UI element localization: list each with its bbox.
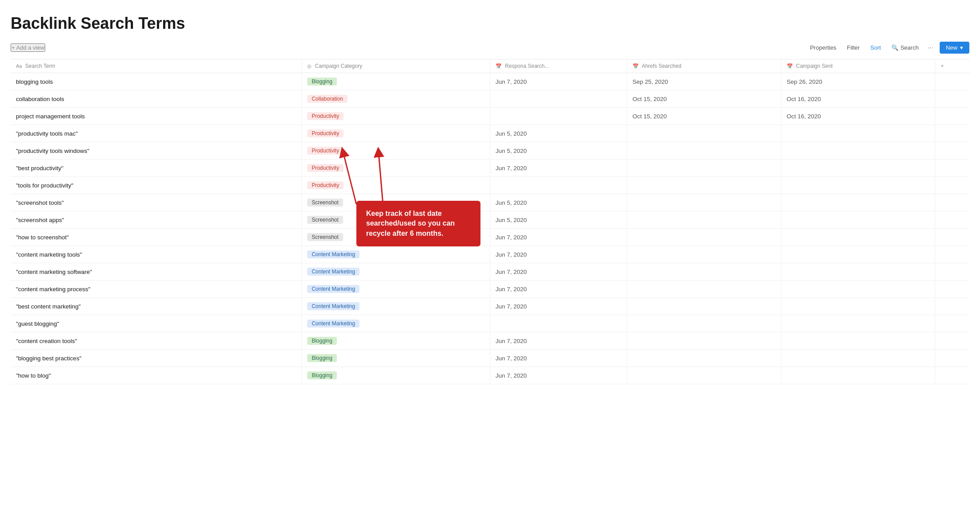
chevron-down-icon: ▾ bbox=[960, 44, 963, 51]
table-row[interactable]: "best content marketing"Content Marketin… bbox=[11, 298, 969, 315]
cell-respona bbox=[490, 177, 627, 194]
cell-respona: Jun 7, 2020 bbox=[490, 263, 627, 281]
cell-plus bbox=[935, 90, 969, 108]
new-button[interactable]: New ▾ bbox=[940, 42, 969, 54]
cell-ahrefs bbox=[627, 350, 781, 367]
table-row[interactable]: "content creation tools"BloggingJun 7, 2… bbox=[11, 332, 969, 350]
table-row[interactable]: "content marketing software"Content Mark… bbox=[11, 263, 969, 281]
cell-ahrefs bbox=[627, 125, 781, 142]
col-header-plus[interactable]: + bbox=[935, 59, 969, 73]
table-wrapper: Aa Search Term ◎ Campaign Category 📅 Res… bbox=[11, 59, 969, 384]
more-dots[interactable]: ··· bbox=[927, 42, 934, 54]
cell-respona: Jun 7, 2020 bbox=[490, 332, 627, 350]
cell-search-term: "how to blog" bbox=[11, 367, 302, 384]
cell-campaign: Sep 26, 2020 bbox=[781, 73, 935, 90]
cell-category: Screenshot bbox=[302, 194, 490, 211]
table-row[interactable]: collaboration toolsCollaborationOct 15, … bbox=[11, 90, 969, 108]
cell-respona: Jun 5, 2020 bbox=[490, 194, 627, 211]
cell-respona: Jun 7, 2020 bbox=[490, 73, 627, 90]
cell-category: Productivity bbox=[302, 142, 490, 160]
col-header-ahrefs: 📅 Ahrefs Searched bbox=[627, 59, 781, 73]
cell-category: Content Marketing bbox=[302, 315, 490, 332]
cell-category: Screenshot bbox=[302, 211, 490, 229]
cell-search-term: "how to screenshot" bbox=[11, 229, 302, 246]
cell-ahrefs bbox=[627, 160, 781, 177]
cell-ahrefs bbox=[627, 281, 781, 298]
circle-icon: ◎ bbox=[307, 63, 312, 69]
cell-campaign bbox=[781, 263, 935, 281]
cell-plus bbox=[935, 160, 969, 177]
cell-plus bbox=[935, 125, 969, 142]
cell-plus bbox=[935, 73, 969, 90]
toolbar-right: Properties Filter Sort 🔍 Search ··· New … bbox=[807, 42, 969, 54]
cell-search-term: "screenshot apps" bbox=[11, 211, 302, 229]
cell-campaign bbox=[781, 125, 935, 142]
cell-ahrefs: Oct 15, 2020 bbox=[627, 108, 781, 125]
cell-ahrefs bbox=[627, 298, 781, 315]
table-row[interactable]: project management toolsProductivityOct … bbox=[11, 108, 969, 125]
cell-category: Blogging bbox=[302, 350, 490, 367]
table-row[interactable]: "screenshot tools"ScreenshotJun 5, 2020 bbox=[11, 194, 969, 211]
cell-campaign bbox=[781, 350, 935, 367]
cell-plus bbox=[935, 211, 969, 229]
cell-plus bbox=[935, 177, 969, 194]
cell-respona: Jun 7, 2020 bbox=[490, 281, 627, 298]
cell-respona bbox=[490, 108, 627, 125]
cell-respona bbox=[490, 90, 627, 108]
cell-category: Productivity bbox=[302, 108, 490, 125]
cell-ahrefs: Oct 15, 2020 bbox=[627, 90, 781, 108]
cell-category: Productivity bbox=[302, 177, 490, 194]
table-row[interactable]: "content marketing process"Content Marke… bbox=[11, 281, 969, 298]
add-view-button[interactable]: + Add a view bbox=[11, 43, 45, 52]
cell-campaign bbox=[781, 315, 935, 332]
cell-ahrefs: Sep 25, 2020 bbox=[627, 73, 781, 90]
table-row[interactable]: blogging toolsBloggingJun 7, 2020Sep 25,… bbox=[11, 73, 969, 90]
cell-campaign bbox=[781, 177, 935, 194]
cell-category: Blogging bbox=[302, 73, 490, 90]
cell-category: Blogging bbox=[302, 332, 490, 350]
cell-search-term: "screenshot tools" bbox=[11, 194, 302, 211]
properties-button[interactable]: Properties bbox=[807, 43, 839, 53]
table-row[interactable]: "screenshot apps"ScreenshotJun 5, 2020 bbox=[11, 211, 969, 229]
col-header-campaign: 📅 Campaign Sent bbox=[781, 59, 935, 73]
cell-plus bbox=[935, 281, 969, 298]
cell-search-term: "tools for productivity" bbox=[11, 177, 302, 194]
table-row[interactable]: "how to blog"BloggingJun 7, 2020 bbox=[11, 367, 969, 384]
cell-plus bbox=[935, 350, 969, 367]
cell-category: Content Marketing bbox=[302, 281, 490, 298]
cell-category: Screenshot bbox=[302, 229, 490, 246]
cell-ahrefs bbox=[627, 194, 781, 211]
table-row[interactable]: "content marketing tools"Content Marketi… bbox=[11, 246, 969, 263]
table-row[interactable]: "productivity tools windows"Productivity… bbox=[11, 142, 969, 160]
cell-ahrefs bbox=[627, 367, 781, 384]
cell-plus bbox=[935, 194, 969, 211]
sort-button[interactable]: Sort bbox=[868, 43, 884, 53]
cell-campaign bbox=[781, 367, 935, 384]
cell-search-term: "content marketing tools" bbox=[11, 246, 302, 263]
table-container: Aa Search Term ◎ Campaign Category 📅 Res… bbox=[11, 59, 969, 384]
table-row[interactable]: "best productivity"ProductivityJun 7, 20… bbox=[11, 160, 969, 177]
col-header-respona: 📅 Respona Search... bbox=[490, 59, 627, 73]
cell-category: Content Marketing bbox=[302, 263, 490, 281]
search-button[interactable]: 🔍 Search bbox=[889, 43, 921, 53]
table-row[interactable]: "how to screenshot"ScreenshotJun 7, 2020 bbox=[11, 229, 969, 246]
cell-plus bbox=[935, 229, 969, 246]
cell-search-term: project management tools bbox=[11, 108, 302, 125]
cell-campaign bbox=[781, 281, 935, 298]
cell-category: Productivity bbox=[302, 125, 490, 142]
table-row[interactable]: "blogging best practices"BloggingJun 7, … bbox=[11, 350, 969, 367]
cell-search-term: "best productivity" bbox=[11, 160, 302, 177]
table-row[interactable]: "productivity tools mac"ProductivityJun … bbox=[11, 125, 969, 142]
cell-search-term: "best content marketing" bbox=[11, 298, 302, 315]
cell-ahrefs bbox=[627, 263, 781, 281]
cell-category: Content Marketing bbox=[302, 298, 490, 315]
cell-ahrefs bbox=[627, 177, 781, 194]
table-row[interactable]: "tools for productivity"Productivity bbox=[11, 177, 969, 194]
cell-respona: Jun 7, 2020 bbox=[490, 350, 627, 367]
cell-search-term: "blogging best practices" bbox=[11, 350, 302, 367]
cell-ahrefs bbox=[627, 315, 781, 332]
cell-plus bbox=[935, 367, 969, 384]
filter-button[interactable]: Filter bbox=[844, 43, 863, 53]
cell-category: Productivity bbox=[302, 160, 490, 177]
table-row[interactable]: "guest blogging"Content Marketing bbox=[11, 315, 969, 332]
